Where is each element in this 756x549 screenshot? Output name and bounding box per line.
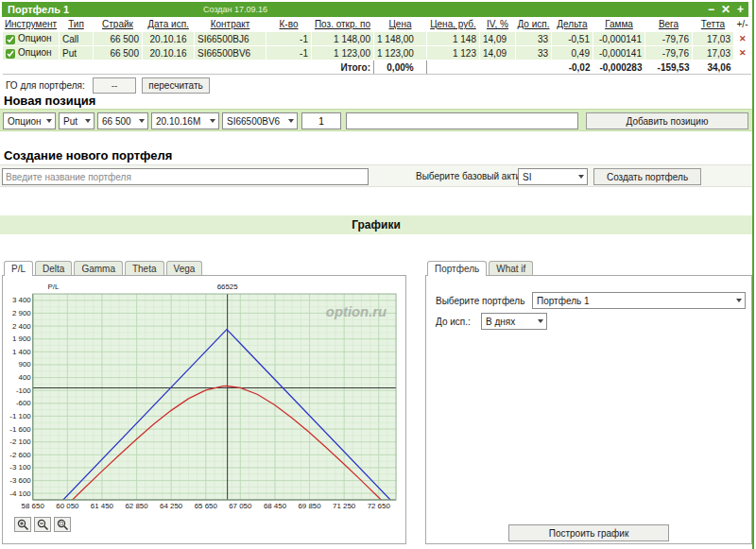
chevron-down-icon: [578, 175, 584, 179]
price-input[interactable]: [346, 112, 578, 129]
close-icon[interactable]: ✕: [721, 3, 730, 16]
instrument-select[interactable]: Опцион: [3, 112, 56, 129]
contract-select[interactable]: SI66500BV6: [222, 112, 298, 129]
col-header-instrument[interactable]: Инструмент: [3, 17, 60, 32]
select-portfolio-label: Выберите портфель: [436, 296, 524, 306]
svg-text:58 650: 58 650: [22, 502, 45, 510]
col-header-delta[interactable]: Дельта: [552, 17, 593, 32]
margin-row: ГО для портфеля: -- пересчитать: [2, 77, 750, 94]
portfolio-select[interactable]: Портфель 1: [532, 292, 746, 309]
col-header-iv[interactable]: IV, %: [480, 17, 516, 32]
contract-cell: SI66500BJ6: [195, 32, 266, 46]
totals-row: Итого: 0,00% -0,02 -0,000283 -159,53 34,…: [3, 60, 751, 75]
chevron-down-icon: [210, 119, 215, 123]
portfolio-title: Портфель 1: [2, 4, 69, 15]
svg-text:72 650: 72 650: [368, 502, 391, 510]
series-select-value: 20.10.16M: [156, 116, 207, 127]
col-header-contract[interactable]: Контракт: [195, 17, 266, 32]
contract-select-value: SI66500BV6: [227, 116, 285, 127]
chevron-down-icon: [85, 119, 91, 123]
tab-delta[interactable]: Delta: [35, 261, 72, 275]
col-header-gamma[interactable]: Гамма: [593, 17, 645, 32]
col-header-theta[interactable]: Тетта: [693, 17, 734, 32]
col-header-price[interactable]: Цена: [374, 17, 427, 32]
svg-text:66525: 66525: [217, 283, 239, 291]
svg-text:P/L: P/L: [48, 283, 60, 291]
price-rub-cell: 1 123: [427, 46, 480, 60]
svg-text:68 450: 68 450: [264, 502, 287, 510]
build-chart-button[interactable]: Построить график: [508, 524, 669, 541]
col-header-price-rub[interactable]: Цена, руб.: [427, 17, 480, 32]
delete-row-icon[interactable]: ✕: [734, 32, 751, 46]
tab-portfolio[interactable]: Портфель: [427, 261, 487, 276]
add-icon[interactable]: +: [737, 3, 744, 16]
zoom-reset-icon[interactable]: [54, 517, 71, 532]
col-header-days[interactable]: До исп.: [516, 17, 552, 32]
table-header-row: Инструмент Тип Страйк Дата исп. Контракт…: [3, 17, 751, 32]
create-portfolio-button[interactable]: Создать портфель: [593, 168, 701, 185]
totals-gamma: -0,000283: [593, 60, 645, 75]
days-cell: 33: [516, 46, 552, 60]
tab-theta[interactable]: Theta: [125, 261, 164, 275]
zoom-out-icon[interactable]: [34, 517, 51, 532]
svg-text:65 650: 65 650: [195, 502, 218, 510]
instrument-select-value: Опцион: [8, 116, 43, 127]
days-mode-select[interactable]: В днях: [481, 313, 547, 330]
recalc-button[interactable]: пересчитать: [142, 77, 210, 94]
new-position-title: Новая позиция: [4, 94, 95, 108]
iv-cell: 14,09: [480, 32, 516, 46]
strike-cell: 66 500: [94, 46, 143, 60]
vega-cell: -79,76: [645, 46, 693, 60]
positions-table: Инструмент Тип Страйк Дата исп. Контракт…: [2, 17, 751, 75]
type-cell: Put: [60, 46, 94, 60]
col-header-qty[interactable]: К-во: [266, 17, 312, 32]
strike-cell: 66 500: [94, 32, 143, 46]
tab-gamma[interactable]: Gamma: [74, 261, 123, 275]
tab-what-if[interactable]: What if: [489, 261, 533, 275]
portfolio-select-value: Портфель 1: [537, 296, 733, 306]
option-type-select[interactable]: Put: [59, 112, 94, 129]
contract-cell: SI66500BV6: [195, 46, 266, 60]
strike-select[interactable]: 66 500: [97, 112, 148, 129]
base-asset-select[interactable]: SI: [518, 168, 588, 185]
minimize-icon[interactable]: −: [708, 3, 714, 16]
svg-text:-600: -600: [16, 399, 31, 407]
gamma-cell: -0,000141: [593, 32, 645, 46]
base-asset-select-value: SI: [523, 172, 576, 182]
delta-cell: -0,51: [552, 32, 593, 46]
exp-date-cell: 20.10.16: [143, 32, 195, 46]
add-position-button[interactable]: Добавить позицию: [586, 112, 748, 129]
new-portfolio-title: Создание нового портфеля: [4, 148, 172, 163]
totals-label: Итого:: [312, 60, 374, 75]
price-cell: 1 123,00: [374, 46, 427, 60]
svg-text:-4 100: -4 100: [9, 489, 31, 498]
exp-date-cell: 20.10.16: [143, 46, 195, 60]
col-header-strike[interactable]: Страйк: [94, 17, 143, 32]
charts-section-title: Графики: [0, 215, 752, 234]
instrument-label: Опцион: [18, 33, 52, 43]
days-cell: 33: [516, 32, 552, 46]
col-header-type[interactable]: Тип: [60, 17, 94, 32]
row-checkbox[interactable]: [6, 35, 15, 44]
col-header-exp-date[interactable]: Дата исп.: [143, 17, 195, 32]
series-select[interactable]: 20.10.16M: [151, 112, 219, 129]
svg-text:71 250: 71 250: [333, 502, 356, 510]
new-portfolio-band: Выберите базовый актив SI Создать портфе…: [0, 164, 752, 187]
row-checkbox[interactable]: [6, 49, 15, 59]
col-header-vega[interactable]: Вега: [645, 17, 693, 32]
tab-pl[interactable]: P/L: [4, 261, 33, 276]
svg-text:2 900: 2 900: [12, 309, 31, 317]
tab-vega[interactable]: Vega: [166, 261, 203, 275]
col-header-open-price[interactable]: Поз. откр. по: [312, 17, 374, 32]
zoom-toolbar: [14, 517, 71, 532]
portfolio-name-input[interactable]: [2, 168, 369, 185]
right-edge-strip: [752, 0, 754, 549]
delete-row-icon[interactable]: ✕: [734, 46, 751, 60]
chart-tabs: P/L Delta Gamma Theta Vega: [2, 261, 406, 275]
page: Портфель 1 Создан 17.09.16 − ✕ + Инструм…: [0, 0, 756, 549]
totals-vega: -159,53: [645, 60, 693, 75]
quantity-input[interactable]: [301, 112, 341, 129]
new-position-band: Опцион Put 66 500 20.10.16M SI66500BV6 Д…: [0, 109, 752, 131]
zoom-in-icon[interactable]: [14, 517, 31, 532]
iv-cell: 14,09: [480, 46, 516, 60]
